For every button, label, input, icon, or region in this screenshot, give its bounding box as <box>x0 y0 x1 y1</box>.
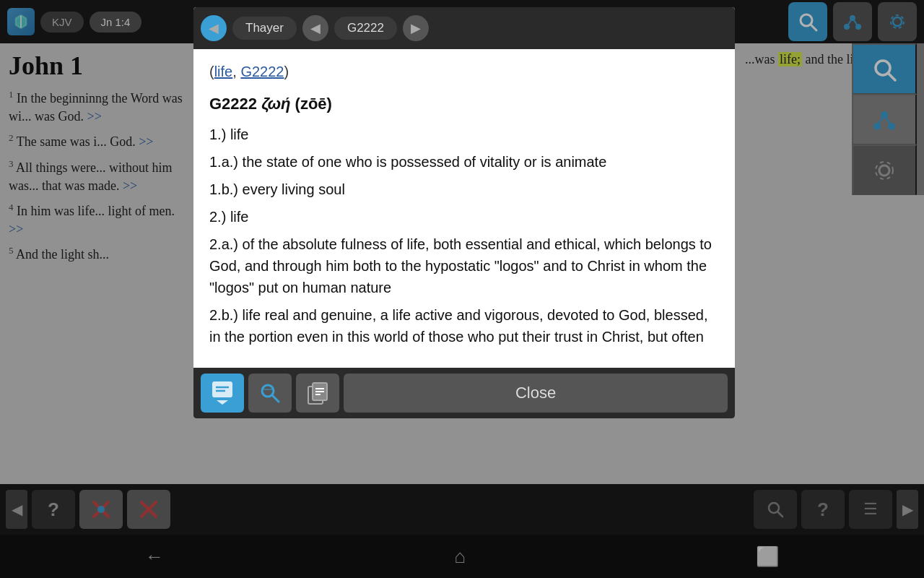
definition-text: 1.) life 1.a.) the state of one who is p… <box>209 124 719 348</box>
lexicon-label: Thayer <box>232 17 297 40</box>
modal-dialog: ◀ Thayer ◀ G2222 ▶ (life, G2222) G2222 ζ… <box>193 7 735 418</box>
modal-footer: Close <box>193 368 735 418</box>
modal-content[interactable]: (life, G2222) G2222 ζωή (zōē) 1.) life 1… <box>193 49 735 368</box>
strongs-entry-title: G2222 ζωή (zōē) <box>209 95 719 113</box>
def-2: 2.) life <box>209 206 719 228</box>
modal-links: (life, G2222) <box>209 64 719 80</box>
modal-back-arrow[interactable]: ◀ <box>201 15 227 41</box>
greek-word: ζωή <box>261 95 290 113</box>
g2222-link[interactable]: G2222 <box>240 64 284 79</box>
def-1b: 1.b.) every living soul <box>209 178 719 200</box>
def-1: 1.) life <box>209 124 719 145</box>
transliteration: (zōē) <box>295 95 332 113</box>
strongs-prev-arrow[interactable]: ◀ <box>302 15 328 41</box>
copy-icon-btn[interactable] <box>296 374 339 413</box>
svg-rect-21 <box>212 381 232 397</box>
def-2b: 2.b.) life real and genuine, a life acti… <box>209 304 719 348</box>
close-button[interactable]: Close <box>344 374 728 413</box>
comma: , <box>232 64 240 79</box>
svg-line-26 <box>272 395 279 402</box>
def-2a: 2.a.) of the absolute fulness of life, b… <box>209 233 719 298</box>
strongs-number-label: G2222 <box>334 17 397 40</box>
close-paren: ) <box>284 64 289 79</box>
svg-rect-27 <box>261 389 274 390</box>
strongs-number-title: G2222 <box>209 95 257 113</box>
svg-marker-22 <box>217 400 228 405</box>
lexicon-search-btn[interactable] <box>248 374 292 413</box>
touch-icon-btn[interactable] <box>201 374 244 413</box>
strongs-next-arrow[interactable]: ▶ <box>403 15 429 41</box>
modal-header: ◀ Thayer ◀ G2222 ▶ <box>193 7 735 49</box>
life-link[interactable]: life <box>214 64 233 79</box>
open-paren: ( <box>209 64 214 79</box>
def-1a: 1.a.) the state of one who is possessed … <box>209 151 719 173</box>
